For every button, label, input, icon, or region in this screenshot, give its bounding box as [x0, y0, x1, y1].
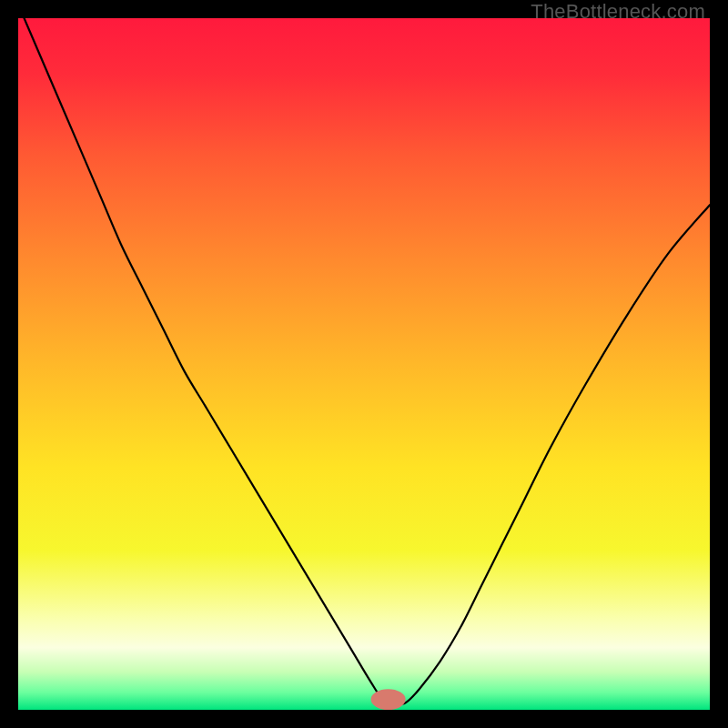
gradient-background: [18, 18, 710, 710]
chart-frame: [18, 18, 710, 710]
watermark-text: TheBottleneck.com: [531, 0, 705, 24]
optimal-marker: [371, 689, 406, 710]
bottleneck-chart: [18, 18, 710, 710]
